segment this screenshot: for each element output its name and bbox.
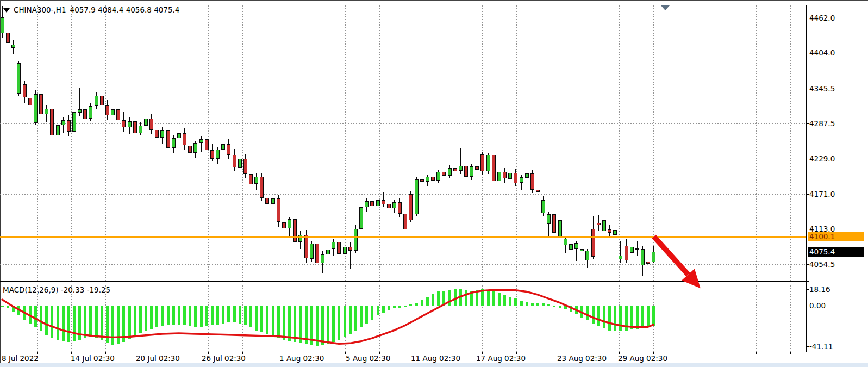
red-down-arrow-annotation[interactable]	[0, 1, 868, 367]
trading-chart-window: 4462.04404.04345.54287.54229.04171.04113…	[0, 0, 868, 367]
chart-title: CHINA300-,H1 4057.9 4084.4 4056.8 4075.4	[3, 5, 179, 14]
symbol-dropdown-arrow-icon[interactable]	[3, 8, 10, 13]
chart-shift-marker-icon[interactable]	[660, 5, 670, 10]
macd-indicator-label: MACD(12,26,9) -20.33 -19.25	[3, 285, 110, 294]
symbol-period-label: CHINA300-,H1	[14, 5, 66, 14]
title-ohlc-values: 4057.9 4084.4 4056.8 4075.4	[70, 5, 180, 14]
window-bottom-strip	[0, 363, 868, 367]
overlay-layer: 4462.04404.04345.54287.54229.04171.04113…	[0, 1, 868, 367]
